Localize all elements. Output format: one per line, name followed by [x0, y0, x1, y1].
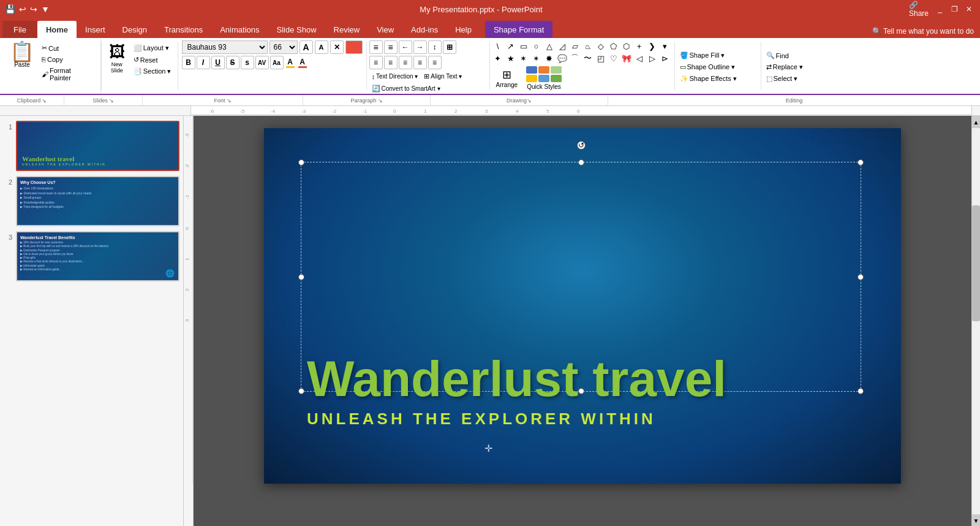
shape-callout[interactable]: 💬	[557, 53, 568, 64]
copy-button[interactable]: ⎘ Copy	[39, 55, 74, 64]
align-right-button[interactable]: ≡	[399, 56, 412, 69]
customize-icon[interactable]: ▼	[41, 4, 50, 14]
decrease-indent-button[interactable]: ←	[399, 40, 412, 54]
new-slide-button[interactable]: 🖼 New Slide	[105, 40, 129, 75]
handle-top-left[interactable]	[298, 159, 304, 166]
shape-chevron[interactable]: ❯	[647, 40, 658, 51]
shape-misc1[interactable]: ◁	[634, 53, 645, 64]
highlight-color-button[interactable]: A	[285, 57, 296, 69]
redo-icon[interactable]: ↪	[30, 4, 37, 14]
main-title[interactable]: Wanderlust travel	[307, 354, 726, 404]
clipboard-label-bottom[interactable]: Clipboard ↘	[0, 95, 64, 105]
undo-icon[interactable]: ↩	[19, 4, 26, 14]
font-color-picker[interactable]	[345, 40, 363, 54]
handle-top-right[interactable]	[858, 159, 864, 166]
shape-effects-button[interactable]: ✨ Shape Effects ▾	[677, 74, 758, 84]
columns-button[interactable]: ⊞	[443, 40, 456, 54]
save-icon[interactable]: 💾	[5, 4, 15, 14]
find-button[interactable]: 🔍Find	[764, 50, 820, 61]
tab-slideshow[interactable]: Slide Show	[268, 21, 325, 38]
tab-view[interactable]: View	[368, 21, 402, 38]
increase-font-button[interactable]: A	[300, 40, 313, 54]
line-spacing-button[interactable]: ↕	[428, 40, 442, 54]
replace-button[interactable]: ⇄Replace ▾	[764, 62, 820, 72]
paragraph-label-bottom[interactable]: Paragraph ↘	[303, 95, 431, 105]
shape-diamond[interactable]: ◇	[595, 40, 606, 51]
shape-snip[interactable]: ◰	[595, 53, 606, 64]
tab-review[interactable]: Review	[325, 21, 369, 38]
format-painter-button[interactable]: 🖌 Format Painter	[39, 66, 74, 83]
shape-star5[interactable]: ★	[505, 53, 516, 64]
shape-rect[interactable]: ▭	[518, 40, 529, 51]
shape-oval[interactable]: ○	[531, 40, 542, 51]
increase-indent-button[interactable]: →	[413, 40, 427, 54]
shape-wave[interactable]: 〜	[582, 53, 594, 64]
slide-2-thumbnail[interactable]: 2 Why Choose Us? ▶ Over 150 destinations…	[4, 176, 179, 226]
shape-misc2[interactable]: ▷	[647, 53, 658, 64]
cut-button[interactable]: ✂ Cut	[39, 43, 74, 53]
slide-1-thumbnail[interactable]: 1 Wanderlust travel UNLEASH THE EXPLORER…	[4, 121, 179, 171]
close-button[interactable]: ✕	[963, 3, 975, 15]
font-color-button[interactable]: A	[297, 57, 308, 69]
text-direction-button[interactable]: ↕Text Direction ▾	[369, 72, 421, 82]
subtitle[interactable]: UNLEASH THE EXPLORER WITHIN	[307, 410, 656, 429]
shape-hexagon[interactable]: ⬡	[621, 40, 632, 51]
maximize-button[interactable]: ❐	[948, 3, 960, 15]
underline-button[interactable]: U	[211, 56, 225, 69]
handle-bot-left[interactable]	[298, 388, 304, 394]
tab-design[interactable]: Design	[114, 21, 156, 38]
quick-styles-button[interactable]: Quick Styles	[524, 65, 564, 91]
clear-format-button[interactable]: ✕	[330, 40, 344, 54]
shape-arc[interactable]: ⌒	[570, 53, 581, 64]
tab-insert[interactable]: Insert	[77, 21, 114, 38]
distributed-button[interactable]: ≡	[428, 56, 442, 69]
strikethrough-button[interactable]: S	[226, 56, 239, 69]
slide-3-thumbnail[interactable]: 3 Wanderlust Travel Benefits ▶ 30% disco…	[4, 231, 179, 281]
section-button[interactable]: 📑Section ▾	[131, 66, 174, 77]
rotate-handle[interactable]: ↺	[577, 141, 586, 150]
shape-star4[interactable]: ✦	[492, 53, 503, 64]
align-text-button[interactable]: ⊞Align Text ▾	[421, 71, 464, 82]
shape-plus[interactable]: +	[634, 40, 645, 51]
shape-fill-button[interactable]: 🪣 Shape Fill ▾	[677, 50, 758, 61]
shape-ribbon[interactable]: 🎀	[621, 53, 632, 64]
handle-mid-right[interactable]	[858, 274, 864, 280]
tab-file[interactable]: File	[2, 21, 37, 38]
handle-top-center[interactable]	[578, 159, 584, 166]
shape-heart[interactable]: ♡	[608, 53, 619, 64]
shape-line[interactable]: \	[492, 40, 503, 51]
reset-button[interactable]: ↺Reset	[131, 55, 174, 65]
canvas-area[interactable]: ↺ Wanderlust travel UNLEASH THE EXPLORER…	[194, 116, 971, 526]
font-label-bottom[interactable]: Font ↘	[143, 95, 303, 105]
share-button[interactable]: 🔗 Share	[913, 3, 925, 15]
tell-me-input[interactable]: 🔍 Tell me what you want to do	[872, 27, 974, 38]
paste-button[interactable]: 📋 Paste	[5, 40, 39, 69]
shape-trapezoid[interactable]: ⏢	[582, 40, 594, 51]
tab-home[interactable]: Home	[37, 21, 77, 38]
shapes-more[interactable]: ▾	[660, 40, 671, 51]
font-size-select[interactable]: 66	[270, 40, 298, 54]
tab-animations[interactable]: Animations	[211, 21, 268, 38]
shape-star6[interactable]: ✶	[518, 53, 529, 64]
bold-button[interactable]: B	[182, 56, 195, 69]
layout-button[interactable]: ⬜Layout ▾	[131, 43, 174, 53]
drawing-label-bottom[interactable]: Drawing ↘	[431, 95, 608, 105]
handle-bot-right[interactable]	[858, 388, 864, 394]
numbering-button[interactable]: ≡	[384, 40, 398, 54]
shape-misc3[interactable]: ⊳	[660, 53, 671, 64]
shape-star8[interactable]: ✴	[531, 53, 542, 64]
char-spacing-button[interactable]: AV	[255, 56, 269, 69]
select-button[interactable]: ⬚Select ▾	[764, 74, 820, 84]
shape-outline-button[interactable]: ▭ Shape Outline ▾	[677, 62, 758, 72]
shape-pentagon[interactable]: ⬠	[608, 40, 619, 51]
handle-mid-left[interactable]	[298, 274, 304, 280]
tab-transitions[interactable]: Transitions	[156, 21, 211, 38]
shape-parallelogram[interactable]: ▱	[570, 40, 581, 51]
font-name-select[interactable]: Bauhaus 93	[182, 40, 268, 54]
bullets-button[interactable]: ≡	[369, 40, 383, 54]
convert-smartart-button[interactable]: 🔄Convert to SmartArt ▾	[369, 83, 487, 94]
align-justify-button[interactable]: ≡	[413, 56, 427, 69]
change-case-button[interactable]: Aa	[270, 56, 284, 69]
shape-explosion1[interactable]: ✸	[544, 53, 555, 64]
shape-triangle[interactable]: △	[544, 40, 555, 51]
